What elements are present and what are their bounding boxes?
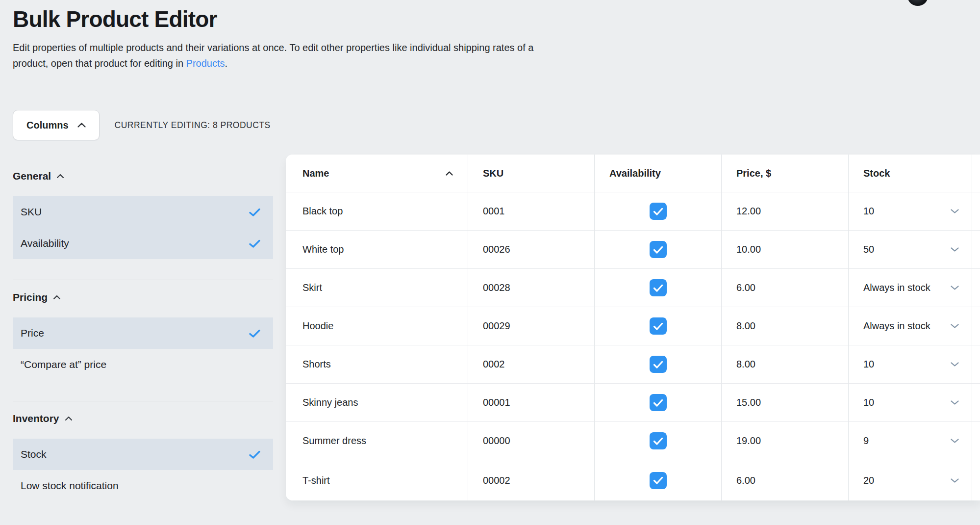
product-price: 10.00 xyxy=(736,244,761,255)
chevron-down-icon xyxy=(951,286,959,290)
product-sku: 0001 xyxy=(483,206,505,217)
availability-checkbox[interactable] xyxy=(650,394,667,411)
cell-availability xyxy=(595,307,722,345)
cell-sku: 00000 xyxy=(468,422,595,460)
chevron-down-icon xyxy=(951,362,959,367)
cell-name: Hoodie xyxy=(286,307,468,345)
check-icon xyxy=(653,437,663,445)
column-option-compare-at-price[interactable]: “Compare at” price xyxy=(13,349,273,380)
cell-cutoff xyxy=(972,192,980,231)
product-sku: 00001 xyxy=(483,397,510,408)
column-header-availability[interactable]: Availability xyxy=(595,155,722,192)
cell-sku: 00029 xyxy=(468,307,595,345)
section-header-inventory[interactable]: Inventory xyxy=(13,411,273,426)
section-header-pricing[interactable]: Pricing xyxy=(13,290,273,305)
stock-dropdown[interactable]: Always in stock xyxy=(849,269,972,307)
cell-name: Shorts xyxy=(286,345,468,384)
stock-value: 9 xyxy=(863,435,869,446)
option-group-pricing: Price “Compare at” price xyxy=(13,317,273,380)
check-icon xyxy=(653,284,663,292)
column-option-low-stock-notification[interactable]: Low stock notification xyxy=(13,470,273,501)
column-header-sku[interactable]: SKU xyxy=(468,155,595,192)
product-price: 15.00 xyxy=(736,397,761,408)
cell-sku: 00026 xyxy=(468,231,595,269)
stock-dropdown[interactable]: 50 xyxy=(849,231,972,269)
cell-sku: 00028 xyxy=(468,269,595,307)
availability-checkbox[interactable] xyxy=(650,279,667,296)
product-name: Skinny jeans xyxy=(302,397,358,408)
availability-checkbox[interactable] xyxy=(650,317,667,335)
stock-value: 10 xyxy=(863,397,874,408)
check-icon xyxy=(249,208,260,216)
chevron-down-icon xyxy=(951,439,959,443)
chevron-up-icon xyxy=(57,174,64,178)
cell-sku: 00001 xyxy=(468,384,595,422)
stock-value: Always in stock xyxy=(863,320,930,332)
availability-checkbox[interactable] xyxy=(650,203,667,220)
check-icon xyxy=(653,476,663,484)
availability-checkbox[interactable] xyxy=(650,241,667,258)
stock-value: 50 xyxy=(863,244,874,255)
columns-panel: General SKU Availability Pricing Price “… xyxy=(13,169,273,501)
cell-price: 15.00 xyxy=(722,384,849,422)
check-icon xyxy=(653,399,663,407)
product-price: 8.00 xyxy=(736,359,755,370)
section-label: Inventory xyxy=(13,413,59,424)
description-line1: Edit properties of multiple products and… xyxy=(13,42,533,53)
product-price: 6.00 xyxy=(736,282,755,293)
chevron-down-icon xyxy=(951,209,959,213)
column-header-stock[interactable]: Stock xyxy=(849,155,972,192)
option-group-general: SKU Availability xyxy=(13,196,273,259)
product-sku: 00000 xyxy=(483,435,510,446)
cell-availability xyxy=(595,192,722,231)
check-icon xyxy=(249,329,260,338)
cell-price: 12.00 xyxy=(722,192,849,231)
description-line2: product, open that product for editing i… xyxy=(13,58,186,69)
cell-cutoff xyxy=(972,345,980,384)
chevron-down-icon xyxy=(951,478,959,483)
page-title: Bulk Product Editor xyxy=(13,6,217,32)
option-group-inventory: Stock Low stock notification xyxy=(13,439,273,501)
products-link[interactable]: Products xyxy=(186,58,225,69)
chevron-down-icon xyxy=(951,324,959,328)
column-header-price[interactable]: Price, $ xyxy=(722,155,849,192)
stock-dropdown[interactable]: 10 xyxy=(849,384,972,422)
availability-checkbox[interactable] xyxy=(650,356,667,373)
stock-dropdown[interactable]: 9 xyxy=(849,422,972,460)
chevron-up-icon xyxy=(77,123,86,128)
stock-dropdown[interactable]: 10 xyxy=(849,345,972,384)
cell-price: 8.00 xyxy=(722,307,849,345)
stock-value: 20 xyxy=(863,475,874,486)
availability-checkbox[interactable] xyxy=(650,432,667,449)
cell-price: 6.00 xyxy=(722,460,849,500)
column-header-name[interactable]: Name xyxy=(286,155,468,192)
product-name: White top xyxy=(302,244,344,255)
cell-price: 8.00 xyxy=(722,345,849,384)
product-name: Skirt xyxy=(302,282,322,293)
column-option-stock[interactable]: Stock xyxy=(13,439,273,470)
cell-availability xyxy=(595,460,722,500)
product-name: Hoodie xyxy=(302,320,333,332)
availability-checkbox[interactable] xyxy=(650,472,667,489)
option-label: “Compare at” price xyxy=(21,359,106,370)
cell-name: Skinny jeans xyxy=(286,384,468,422)
editing-status: CURRENTLY EDITING: 8 PRODUCTS xyxy=(115,120,271,131)
product-name: T-shirt xyxy=(302,475,330,486)
columns-button[interactable]: Columns xyxy=(13,110,100,140)
stock-value: 10 xyxy=(863,359,874,370)
column-option-sku[interactable]: SKU xyxy=(13,196,273,228)
column-option-price[interactable]: Price xyxy=(13,317,273,349)
stock-dropdown[interactable]: 20 xyxy=(849,460,972,500)
section-header-general[interactable]: General xyxy=(13,169,273,184)
column-header-label: SKU xyxy=(483,168,503,179)
product-sku: 00028 xyxy=(483,282,510,293)
cell-name: White top xyxy=(286,231,468,269)
column-header-cutoff xyxy=(972,155,980,192)
divider xyxy=(13,401,273,401)
product-sku: 00029 xyxy=(483,320,510,332)
stock-dropdown[interactable]: 10 xyxy=(849,192,972,231)
chevron-down-icon xyxy=(951,400,959,405)
cell-cutoff xyxy=(972,231,980,269)
stock-dropdown[interactable]: Always in stock xyxy=(849,307,972,345)
column-option-availability[interactable]: Availability xyxy=(13,228,273,259)
